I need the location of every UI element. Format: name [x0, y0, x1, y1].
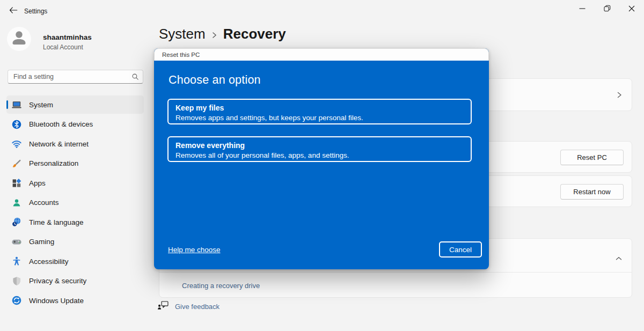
reset-this-pc-dialog: Reset this PC Choose an option Keep my f…: [154, 48, 489, 269]
reset-pc-button[interactable]: Reset PC: [560, 150, 624, 165]
dialog-heading: Choose an option: [169, 73, 261, 87]
sidebar-item-network-internet[interactable]: Network & internet: [6, 135, 144, 153]
sidebar-item-label: Privacy & security: [29, 277, 86, 285]
card-divider: [159, 272, 632, 273]
back-button[interactable]: [4, 4, 21, 18]
person-silhouette-icon: [7, 26, 31, 52]
personalization-icon: [11, 158, 22, 169]
search-box: [8, 70, 143, 84]
dialog-titlebar: Reset this PC: [154, 48, 489, 61]
sidebar-item-gaming[interactable]: Gaming: [6, 233, 144, 251]
search-icon: [131, 73, 139, 80]
sidebar-item-system[interactable]: System: [6, 95, 144, 114]
sidebar-item-label: Windows Update: [29, 297, 84, 305]
sidebar-item-label: Bluetooth & devices: [29, 120, 93, 128]
sidebar-item-privacy-security[interactable]: Privacy & security: [6, 272, 144, 290]
cancel-button[interactable]: Cancel: [439, 241, 482, 258]
sidebar-nav: System Bluetooth & devices Network & int…: [6, 95, 144, 310]
breadcrumb: System Recovery: [159, 26, 286, 42]
time-language-icon: [11, 217, 22, 227]
sidebar-item-label: Accounts: [29, 198, 59, 207]
sidebar-item-personalization[interactable]: Personalization: [6, 155, 144, 173]
accounts-icon: [11, 197, 22, 208]
option-title: Keep my files: [175, 103, 471, 113]
keep-my-files-option[interactable]: Keep my files Removes apps and settings,…: [167, 99, 472, 124]
window-controls: [570, 0, 644, 18]
recovery-drive-link[interactable]: Creating a recovery drive: [182, 282, 260, 290]
minimize-button[interactable]: [570, 0, 595, 18]
back-arrow-icon: [9, 6, 18, 16]
feedback-icon: [157, 301, 169, 312]
dialog-title: Reset this PC: [162, 52, 200, 58]
sidebar-item-label: Time & language: [29, 218, 84, 226]
sidebar-item-label: Network & internet: [29, 140, 89, 148]
chevron-up-icon[interactable]: [615, 254, 623, 263]
breadcrumb-root[interactable]: System: [159, 26, 206, 42]
chevron-right-icon: [616, 91, 623, 101]
give-feedback-label: Give feedback: [175, 303, 219, 311]
sidebar-item-windows-update[interactable]: Windows Update: [6, 291, 144, 310]
help-me-choose-link[interactable]: Help me choose: [168, 246, 221, 254]
restore-icon: [604, 4, 611, 14]
minimize-icon: [579, 4, 586, 14]
sidebar-item-apps[interactable]: Apps: [6, 174, 144, 192]
close-button[interactable]: [619, 0, 644, 18]
gaming-icon: [11, 237, 22, 247]
sidebar-item-accessibility[interactable]: Accessibility: [6, 252, 144, 270]
close-icon: [628, 4, 635, 14]
sidebar-item-label: Apps: [29, 179, 46, 187]
sidebar-item-label: Accessibility: [29, 258, 69, 266]
bluetooth-icon: [11, 119, 22, 130]
windows-update-icon: [11, 295, 22, 306]
sidebar-item-label: Personalization: [29, 159, 78, 167]
remove-everything-option[interactable]: Remove everything Removes all of your pe…: [167, 136, 472, 162]
restart-now-button[interactable]: Restart now: [560, 184, 624, 200]
breadcrumb-current: Recovery: [223, 26, 286, 42]
accessibility-icon: [11, 256, 22, 267]
sidebar-item-label: System: [29, 101, 53, 109]
sidebar-item-label: Gaming: [29, 238, 54, 246]
sidebar-item-bluetooth-devices[interactable]: Bluetooth & devices: [6, 115, 144, 134]
sidebar-item-accounts[interactable]: Accounts: [6, 194, 144, 212]
chevron-right-icon: [211, 30, 217, 39]
system-icon: [11, 99, 22, 110]
restore-button[interactable]: [595, 0, 619, 18]
option-description: Removes all of your personal files, apps…: [175, 151, 471, 160]
user-account-type: Local Account: [43, 43, 83, 51]
give-feedback-row[interactable]: Give feedback: [157, 301, 219, 312]
network-icon: [11, 138, 22, 149]
user-name: shaantminhas: [43, 33, 92, 41]
avatar: [7, 27, 31, 51]
settings-window: Settings shaantminhas Local Account Sy: [0, 0, 644, 331]
search-input[interactable]: [8, 70, 143, 84]
app-title: Settings: [24, 8, 47, 15]
apps-icon: [11, 178, 22, 188]
option-description: Removes apps and settings, but keeps you…: [175, 113, 471, 123]
sidebar-item-time-language[interactable]: Time & language: [6, 213, 144, 231]
option-title: Remove everything: [175, 141, 471, 151]
privacy-security-icon: [11, 276, 22, 286]
